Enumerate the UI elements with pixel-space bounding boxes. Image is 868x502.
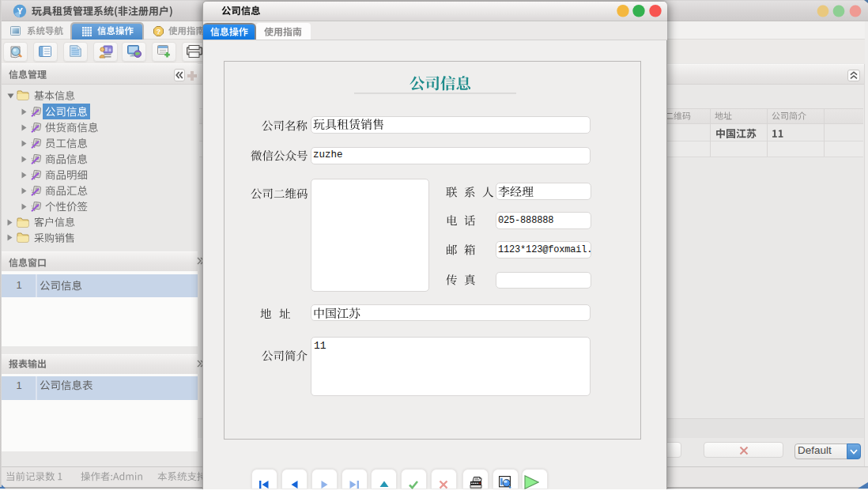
svg-text:?: ? bbox=[157, 28, 161, 36]
svg-text:Y: Y bbox=[17, 6, 24, 16]
